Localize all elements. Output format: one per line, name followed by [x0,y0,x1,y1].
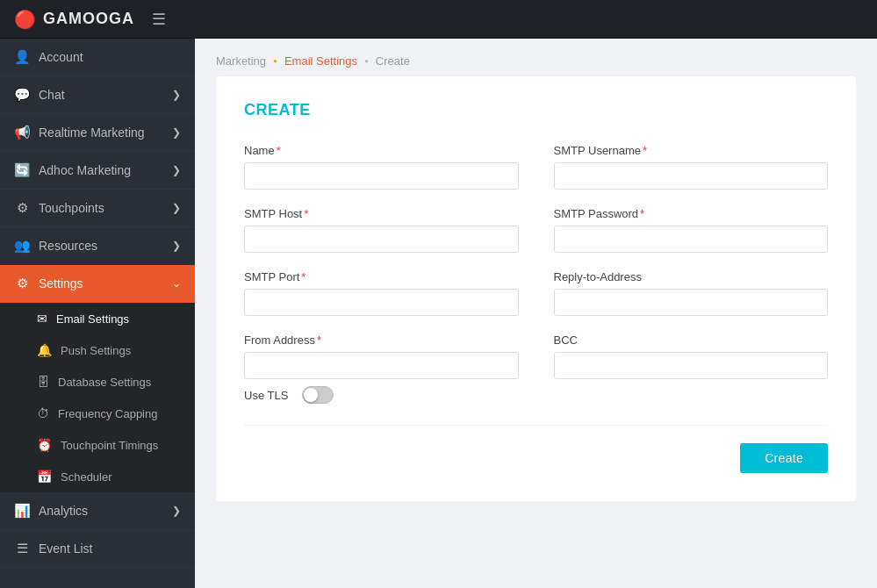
sidebar-item-chat[interactable]: 💬 Chat ❯ [0,76,195,114]
logo-text: GAMOOGA [43,10,134,28]
breadcrumb-dot-1: ● [273,57,277,65]
tls-toggle[interactable] [302,386,334,404]
submenu-scheduler[interactable]: 📅 Scheduler [0,461,195,492]
topbar: 🔴 GAMOOGA ☰ [0,0,877,39]
breadcrumb-dot-2: ● [364,57,369,65]
form-group-from-address: From Address* [244,333,519,379]
settings-chevron-icon: ⌄ [172,277,181,290]
touchpoints-icon: ⚙ [14,200,30,216]
sidebar-item-chat-label: Chat [39,88,65,102]
required-star-smtp-host: * [304,207,308,220]
account-icon: 👤 [14,49,30,65]
label-smtp-port: SMTP Port* [244,270,519,283]
label-smtp-password: SMTP Password* [554,207,829,220]
breadcrumb-marketing[interactable]: Marketing [216,54,266,68]
sidebar-item-analytics[interactable]: 📊 Analytics ❯ [0,492,195,530]
submenu-push-settings[interactable]: 🔔 Push Settings [0,334,195,366]
sidebar-item-touchpoints-label: Touchpoints [39,201,104,215]
sidebar-item-adhoc-marketing[interactable]: 🔄 Adhoc Marketing ❯ [0,152,195,190]
form-title: CREATE [244,101,828,119]
analytics-icon: 📊 [14,503,30,519]
submenu-database-settings[interactable]: 🗄 Database Settings [0,366,195,398]
hamburger-icon[interactable]: ☰ [152,10,166,29]
sidebar-item-touchpoints[interactable]: ⚙ Touchpoints ❯ [0,190,195,227]
create-button[interactable]: Create [740,443,828,473]
form-group-smtp-username: SMTP Username* [554,144,829,190]
realtime-marketing-icon: 📢 [14,125,30,140]
breadcrumb: Marketing ● Email Settings ● Create [195,39,877,76]
label-from-address: From Address* [244,333,519,347]
input-smtp-port[interactable] [244,289,519,316]
realtime-chevron-icon: ❯ [172,126,181,139]
form-group-reply-to-address: Reply-to-Address [554,270,829,316]
sidebar-item-event-list[interactable]: ☰ Event List [0,530,195,568]
tls-row: Use TLS [244,386,828,404]
logo-icon: 🔴 [14,9,36,30]
email-settings-icon: ✉ [37,312,47,326]
submenu-email-settings[interactable]: ✉ Email Settings [0,303,195,334]
submenu-frequency-capping-label: Frequency Capping [58,407,157,420]
form-group-smtp-port: SMTP Port* [244,270,519,316]
settings-submenu: ✉ Email Settings 🔔 Push Settings 🗄 Datab… [0,303,195,492]
input-name[interactable] [244,162,519,190]
resources-chevron-icon: ❯ [172,240,181,252]
submenu-email-settings-label: Email Settings [56,312,129,326]
form-group-smtp-host: SMTP Host* [244,207,519,253]
submenu-touchpoint-timings-label: Touchpoint Timings [61,439,158,452]
form-group-smtp-password: SMTP Password* [554,207,829,253]
submenu-touchpoint-timings[interactable]: ⏰ Touchpoint Timings [0,429,195,461]
input-smtp-host[interactable] [244,226,519,253]
chat-icon: 💬 [14,87,30,103]
label-bcc: BCC [554,333,829,347]
label-name: Name* [244,144,519,157]
sidebar-item-realtime-label: Realtime Marketing [39,125,145,140]
required-star-smtp-password: * [640,207,644,220]
main-layout: 👤 Account 💬 Chat ❯ 📢 Realtime Marketing … [0,39,877,588]
form-grid: Name* SMTP Username* SMTP Host* [244,144,828,379]
analytics-chevron-icon: ❯ [172,505,181,517]
sidebar-item-settings[interactable]: ⚙ Settings ⌄ [0,265,195,303]
input-reply-to-address[interactable] [554,289,829,316]
label-smtp-username: SMTP Username* [554,144,829,157]
form-card: CREATE Name* SMTP Username* [216,76,856,501]
frequency-capping-icon: ⏱ [37,406,49,420]
database-settings-icon: 🗄 [37,375,49,389]
required-star-name: * [277,144,281,157]
form-group-name: Name* [244,144,519,190]
input-smtp-password[interactable] [554,226,829,253]
form-group-bcc: BCC [554,333,829,379]
required-star-smtp-port: * [301,270,306,283]
input-smtp-username[interactable] [554,162,829,190]
adhoc-chevron-icon: ❯ [172,164,181,176]
required-star-from-address: * [317,333,321,347]
sidebar-item-resources[interactable]: 👥 Resources ❯ [0,227,195,265]
touchpoints-chevron-icon: ❯ [172,202,181,214]
sidebar: 👤 Account 💬 Chat ❯ 📢 Realtime Marketing … [0,39,195,588]
event-list-icon: ☰ [14,541,30,556]
input-bcc[interactable] [554,352,829,379]
touchpoint-timings-icon: ⏰ [37,438,52,452]
submenu-database-settings-label: Database Settings [58,376,151,389]
sidebar-item-analytics-label: Analytics [39,504,88,518]
submenu-push-settings-label: Push Settings [61,344,131,357]
sidebar-item-adhoc-label: Adhoc Marketing [39,163,131,177]
sidebar-item-account[interactable]: 👤 Account [0,39,195,76]
sidebar-item-event-list-label: Event List [39,541,92,556]
submenu-frequency-capping[interactable]: ⏱ Frequency Capping [0,398,195,429]
sidebar-item-settings-label: Settings [39,276,83,290]
push-settings-icon: 🔔 [37,343,52,357]
content-area: Marketing ● Email Settings ● Create CREA… [195,39,877,588]
breadcrumb-email-settings: Email Settings [284,54,357,68]
required-star-smtp-username: * [643,144,647,157]
adhoc-icon: 🔄 [14,162,30,178]
breadcrumb-create: Create [376,54,410,68]
form-footer: Create [244,425,828,473]
submenu-scheduler-label: Scheduler [61,470,112,484]
tls-label: Use TLS [244,389,288,402]
sidebar-item-resources-label: Resources [39,239,97,253]
sidebar-item-account-label: Account [39,50,83,64]
input-from-address[interactable] [244,352,519,379]
resources-icon: 👥 [14,238,30,254]
sidebar-item-realtime-marketing[interactable]: 📢 Realtime Marketing ❯ [0,114,195,152]
logo: 🔴 GAMOOGA [14,9,134,30]
